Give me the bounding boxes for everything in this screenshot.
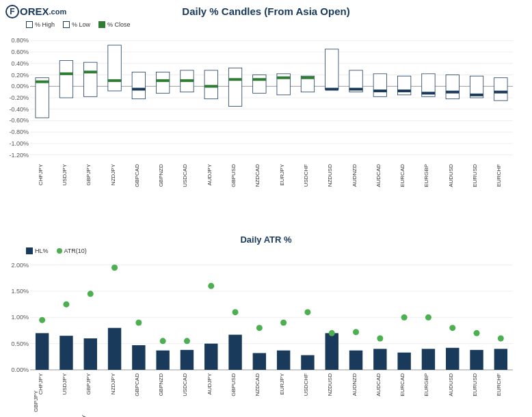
svg-text:CHFJPY: CHFJPY xyxy=(38,163,44,185)
svg-text:GBPCAD: GBPCAD xyxy=(134,164,140,187)
svg-rect-118 xyxy=(84,338,97,370)
svg-text:NZDJPY: NZDJPY xyxy=(110,373,116,395)
svg-text:USDJPY: USDJPY xyxy=(62,373,68,395)
svg-text:1.50%: 1.50% xyxy=(11,288,29,295)
svg-point-149 xyxy=(329,330,335,336)
svg-text:CHFJPY: CHFJPY xyxy=(38,373,44,395)
svg-rect-37 xyxy=(156,72,169,93)
legend-low-box xyxy=(63,21,70,28)
svg-point-131 xyxy=(184,338,190,345)
svg-rect-77 xyxy=(470,94,483,96)
svg-rect-35 xyxy=(132,88,145,90)
svg-text:AUDJPY: AUDJPY xyxy=(207,373,213,395)
svg-text:EURGBP: EURGBP xyxy=(423,373,429,396)
svg-rect-59 xyxy=(325,88,338,90)
svg-text:AUDNZD: AUDNZD xyxy=(351,373,358,396)
svg-rect-65 xyxy=(373,90,386,92)
atr-legend-dot-label: ATR(10) xyxy=(64,247,87,254)
svg-point-116 xyxy=(63,301,69,308)
svg-rect-160 xyxy=(422,349,435,371)
svg-text:AUDCAD: AUDCAD xyxy=(375,373,382,396)
main-container: FOREX.com Daily % Candles (From Asia Ope… xyxy=(0,0,532,417)
atr-legend-bar-box xyxy=(26,247,33,254)
svg-rect-157 xyxy=(397,353,410,370)
legend-close-box xyxy=(98,21,105,28)
svg-rect-151 xyxy=(349,351,362,370)
svg-point-137 xyxy=(232,310,239,316)
svg-point-143 xyxy=(280,320,287,326)
svg-text:-0.80%: -0.80% xyxy=(9,129,29,135)
svg-rect-115 xyxy=(59,336,72,371)
legend-close: % Close xyxy=(98,21,131,28)
svg-point-125 xyxy=(135,320,142,326)
svg-text:0.00%: 0.00% xyxy=(11,83,29,90)
svg-rect-139 xyxy=(253,353,266,371)
svg-rect-121 xyxy=(108,328,121,370)
svg-text:1.00%: 1.00% xyxy=(11,314,29,321)
svg-text:AUDJPY: AUDJPY xyxy=(207,163,213,185)
svg-rect-73 xyxy=(446,75,459,99)
svg-text:0.40%: 0.40% xyxy=(11,60,29,67)
svg-text:EURCAD: EURCAD xyxy=(399,373,405,396)
candle-svg: 0.80%0.60%0.40%0.20%0.00%-0.20%-0.40%-0.… xyxy=(5,29,522,180)
svg-text:EURJPY: EURJPY xyxy=(279,163,285,185)
candle-chart: % High % Low % Close 0.80%0.60%0.40%0.20… xyxy=(5,20,527,232)
atr-legend: HL% ATR(10) xyxy=(26,247,527,254)
svg-rect-46 xyxy=(228,68,241,107)
svg-text:-0.40%: -0.40% xyxy=(9,106,29,113)
svg-text:EURCHF: EURCHF xyxy=(496,373,502,396)
svg-text:AUDCAD: AUDCAD xyxy=(375,164,382,187)
svg-rect-44 xyxy=(204,85,217,88)
svg-text:AUDUSD: AUDUSD xyxy=(448,164,454,187)
candle-legend: % High % Low % Close xyxy=(26,21,527,28)
svg-text:EURCHF: EURCHF xyxy=(496,164,502,187)
svg-text:-1.00%: -1.00% xyxy=(9,140,29,147)
svg-text:0.20%: 0.20% xyxy=(11,72,29,79)
svg-rect-79 xyxy=(494,78,507,100)
legend-high: % High xyxy=(26,21,55,28)
svg-text:GBPNZD: GBPNZD xyxy=(158,373,164,396)
atr-legend-dot-box xyxy=(57,248,62,254)
svg-rect-26 xyxy=(59,72,72,75)
legend-low: % Low xyxy=(63,21,90,28)
svg-point-167 xyxy=(474,330,480,336)
svg-text:0.60%: 0.60% xyxy=(11,49,29,55)
svg-point-122 xyxy=(111,265,118,271)
svg-rect-28 xyxy=(84,62,97,96)
svg-rect-23 xyxy=(36,81,49,83)
svg-rect-142 xyxy=(277,351,290,370)
atr-legend-dot: ATR(10) xyxy=(57,247,87,254)
svg-text:GBPNZD: GBPNZD xyxy=(158,164,164,187)
legend-low-label: % Low xyxy=(72,21,90,28)
svg-rect-29 xyxy=(84,70,97,73)
svg-point-170 xyxy=(498,336,504,342)
svg-rect-64 xyxy=(373,74,386,96)
svg-rect-32 xyxy=(108,79,121,82)
svg-text:USDJPY: USDJPY xyxy=(62,163,68,185)
svg-text:2.00%: 2.00% xyxy=(11,262,29,269)
atr-legend-bar-label: HL% xyxy=(35,247,49,254)
svg-rect-49 xyxy=(253,75,266,94)
atr-svg: 0.00%0.50%1.00%1.50%2.00%CHFJPYUSDJPYGBP… xyxy=(5,256,522,389)
svg-rect-74 xyxy=(446,91,459,94)
svg-rect-68 xyxy=(397,90,410,92)
svg-rect-38 xyxy=(156,79,169,82)
atr-title: Daily ATR % xyxy=(5,234,527,245)
svg-text:EURJPY: EURJPY xyxy=(279,373,285,395)
svg-rect-71 xyxy=(422,92,435,94)
svg-text:EURUSD: EURUSD xyxy=(472,164,478,187)
svg-rect-130 xyxy=(181,350,194,370)
svg-rect-25 xyxy=(59,61,72,98)
svg-rect-163 xyxy=(446,348,459,370)
svg-rect-169 xyxy=(494,349,507,371)
svg-text:GBPJPY: GBPJPY xyxy=(85,373,92,395)
svg-text:0.00%: 0.00% xyxy=(11,366,29,373)
svg-text:NZDCAD: NZDCAD xyxy=(254,164,261,187)
svg-point-128 xyxy=(160,338,166,345)
svg-rect-53 xyxy=(277,77,290,79)
svg-text:USDCHF: USDCHF xyxy=(303,373,309,396)
svg-text:-0.60%: -0.60% xyxy=(9,117,29,124)
svg-point-146 xyxy=(304,310,310,316)
svg-text:GBPCAD: GBPCAD xyxy=(134,373,140,396)
svg-text:GBPJPY: GBPJPY xyxy=(85,163,92,185)
